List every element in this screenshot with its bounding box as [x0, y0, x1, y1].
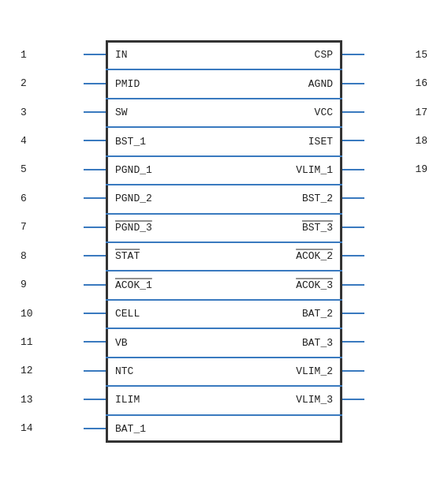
pin-line: [342, 399, 364, 400]
pin-line: [342, 370, 364, 372]
pin-label-left: IN: [115, 49, 128, 61]
pin-line: [84, 83, 106, 84]
pin-row-left: 5: [19, 155, 106, 184]
pin-separator: [106, 184, 342, 185]
pin-line: [342, 227, 364, 228]
pin-label-right: AGND: [308, 77, 333, 89]
pin-row-left: 14: [19, 414, 106, 442]
pin-row-right: [342, 357, 429, 385]
pin-label-right: VCC: [315, 107, 333, 118]
pin-label-right: CSP: [315, 49, 333, 61]
pin-number: 4: [21, 135, 27, 147]
ic-diagram: 1234567891011121314 1516171819 INPMIDSWB…: [19, 17, 429, 466]
pin-separator: [106, 299, 342, 301]
pin-row-left: 3: [19, 98, 106, 126]
pin-row-left: 9: [19, 270, 106, 298]
pin-line: [84, 399, 106, 400]
pin-row-left: 13: [19, 385, 106, 414]
pin-line: [342, 169, 364, 170]
pin-number: 16: [415, 77, 427, 89]
pin-label-right: VLIM_3: [296, 394, 333, 406]
pin-separator: [106, 126, 342, 128]
pin-number: 17: [415, 107, 427, 118]
pin-label-right: ACOK_2: [296, 250, 333, 262]
pin-label-left: VB: [115, 336, 128, 348]
pin-row-right: 16: [342, 69, 429, 97]
pin-line: [342, 313, 364, 314]
pin-label-left: PGND_1: [115, 163, 152, 175]
pin-separator: [106, 270, 342, 271]
pin-label-left: ACOK_1: [115, 279, 152, 290]
pin-label-right: ISET: [308, 135, 333, 147]
pin-separator: [106, 69, 342, 70]
pin-number: 18: [415, 135, 427, 147]
pin-line: [84, 111, 106, 113]
pin-row-right: [342, 270, 429, 298]
pin-number: 6: [21, 193, 27, 204]
pin-row-right: 19: [342, 155, 429, 184]
pin-label-left: PGND_3: [115, 221, 152, 233]
pin-row-left: 8: [19, 242, 106, 270]
pin-number: 19: [415, 163, 427, 175]
pin-line: [84, 54, 106, 55]
pin-number: 5: [21, 163, 27, 175]
pin-label-right: BAT_2: [302, 308, 333, 320]
pin-line: [84, 197, 106, 199]
pin-row-left: 4: [19, 126, 106, 155]
pin-line: [84, 341, 106, 343]
pin-row-right: 18: [342, 126, 429, 155]
pins-left: 1234567891011121314: [19, 40, 106, 443]
pin-line: [84, 284, 106, 286]
pin-number: 8: [21, 250, 27, 262]
pin-line: [84, 370, 106, 372]
pin-label-right: VLIM_1: [296, 163, 333, 175]
pin-number: 12: [21, 365, 33, 376]
pin-row-right: [342, 213, 429, 242]
pin-separator: [106, 357, 342, 358]
pin-number: 2: [21, 77, 27, 89]
pin-line: [342, 341, 364, 343]
pin-label-left: BST_1: [115, 135, 146, 147]
pin-row-right: [342, 184, 429, 212]
pin-line: [342, 255, 364, 256]
pin-label-left: PGND_2: [115, 193, 152, 204]
pin-line: [84, 255, 106, 256]
pin-separator: [106, 414, 342, 416]
pin-number: 7: [21, 221, 27, 233]
pin-line: [342, 197, 364, 199]
pin-row-right: 15: [342, 40, 429, 69]
pin-label-left: ILIM: [115, 394, 140, 406]
pin-number: 9: [21, 279, 27, 290]
pin-label-left: NTC: [115, 365, 133, 376]
pin-row-left: 12: [19, 357, 106, 385]
pin-label-right: BST_3: [302, 221, 333, 233]
pin-number: 11: [21, 336, 33, 348]
pin-number: 10: [21, 308, 33, 320]
pin-row-left: 2: [19, 69, 106, 97]
pin-label-right: ACOK_3: [296, 279, 333, 290]
pin-row-right: [342, 385, 429, 414]
pin-line: [84, 313, 106, 314]
pin-separator: [106, 385, 342, 387]
pin-number: 3: [21, 107, 27, 118]
pin-label-left: CELL: [115, 308, 140, 320]
pin-label-left: BAT_1: [115, 422, 146, 434]
pin-label-right: BAT_3: [302, 336, 333, 348]
pin-row-right: [342, 328, 429, 356]
pin-label-left: SW: [115, 107, 128, 118]
pin-number: 15: [415, 49, 427, 61]
pin-line: [342, 284, 364, 286]
pin-line: [342, 83, 364, 84]
pin-line: [84, 140, 106, 141]
pin-line: [342, 111, 364, 113]
pin-separator: [106, 155, 342, 157]
pin-line: [84, 169, 106, 170]
pin-line: [84, 227, 106, 228]
pin-number: 13: [21, 394, 33, 406]
pin-row-left: 10: [19, 299, 106, 328]
pin-separator: [106, 328, 342, 329]
pin-separator: [106, 242, 342, 243]
pin-label-left: PMID: [115, 77, 140, 89]
pin-line: [84, 428, 106, 429]
pin-number: 14: [21, 422, 33, 434]
